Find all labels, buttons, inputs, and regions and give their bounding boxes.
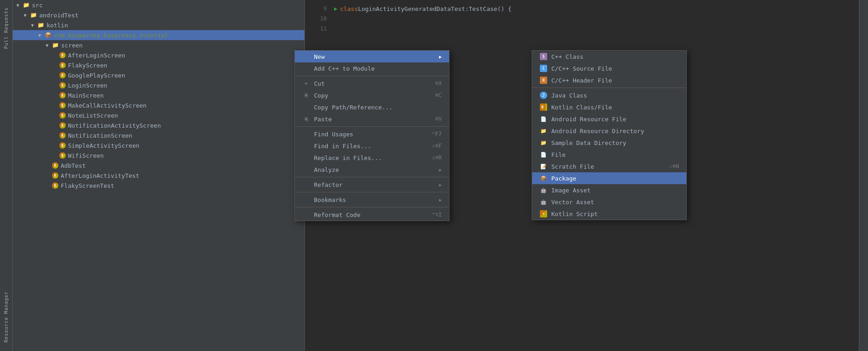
folder-icon: 📁 bbox=[23, 2, 30, 8]
tree-item-label: GooglePlayScreen bbox=[68, 72, 125, 79]
tree-item-SimpleActivityScreen[interactable]: KSimpleActivityScreen bbox=[13, 140, 304, 150]
menu-item-label: Android Resource File bbox=[551, 116, 626, 123]
menu-item-kotlin-script[interactable]: KKotlin Script bbox=[532, 208, 686, 220]
menu-item-label: C/C++ Source File bbox=[551, 65, 612, 72]
folder-icon: 📁 bbox=[539, 140, 548, 146]
kotlin-file-icon: K bbox=[59, 152, 66, 159]
tree-item-label: FlakyScreen bbox=[68, 62, 107, 69]
java-icon: J bbox=[539, 92, 548, 99]
kotlin-icon: K bbox=[539, 103, 548, 111]
menu-item-cpp-class[interactable]: SC++ Class bbox=[532, 51, 686, 62]
tree-item-label: com.kaspersky.kaspresso.tutorial bbox=[54, 32, 168, 39]
menu-item-new[interactable]: New▶ bbox=[295, 51, 449, 62]
menu-item-android-resource-file[interactable]: 📄Android Resource File bbox=[532, 113, 686, 125]
tree-item-kotlin[interactable]: ▼ 📁kotlin bbox=[13, 20, 304, 30]
folder-icon: 📁 bbox=[52, 42, 59, 48]
tree-item-FlakyScreen[interactable]: KFlakyScreen bbox=[13, 60, 304, 70]
tree-item-label: MainScreen bbox=[68, 92, 104, 99]
tree-item-AfterLoginActivityTest[interactable]: KAfterLoginActivityTest bbox=[13, 170, 304, 181]
tree-item-LoginScreen[interactable]: KLoginScreen bbox=[13, 80, 304, 90]
menu-item-label: Find in Files... bbox=[314, 143, 371, 150]
submenu-arrow: ▶ bbox=[439, 182, 442, 187]
menu-item-find-usages[interactable]: Find Usages⌃F7 bbox=[295, 128, 449, 140]
menu-item-label: Copy bbox=[314, 92, 328, 99]
menu-shortcut: ⌃F7 bbox=[421, 131, 442, 137]
menu-item-android-resource-dir[interactable]: 📁Android Resource Directory bbox=[532, 125, 686, 137]
menu-item-label: Scratch File bbox=[551, 163, 594, 170]
menu-item-vector-asset[interactable]: 🤖Vector Asset bbox=[532, 196, 686, 208]
menu-item-cpp-header[interactable]: HC/C++ Header File bbox=[532, 74, 686, 86]
resource-manager-tab[interactable]: Resource Manager bbox=[3, 288, 10, 347]
tree-item-label: screen bbox=[61, 42, 83, 49]
tree-item-GooglePlayScreen[interactable]: KGooglePlayScreen bbox=[13, 70, 304, 80]
tree-item-NotificationActivityScreen[interactable]: KNotificationActivityScreen bbox=[13, 120, 304, 130]
menu-item-package[interactable]: 📦Package bbox=[532, 172, 686, 184]
tree-item-WifiScreen[interactable]: KWifiScreen bbox=[13, 150, 304, 160]
tree-item-label: WifiScreen bbox=[68, 152, 104, 159]
submenu-arrow: ▶ bbox=[439, 197, 442, 202]
kotlin-file-icon: K bbox=[59, 62, 66, 68]
tree-item-label: NotificationScreen bbox=[68, 132, 132, 139]
context-menu-main: New▶Add C++ to Module✂Cut⌘X⎘Copy⌘CCopy P… bbox=[294, 50, 450, 221]
menu-item-label: New bbox=[314, 53, 324, 60]
menu-item-label: C/C++ Header File bbox=[551, 77, 612, 84]
menu-item-reformat[interactable]: Reformat Code⌃⌥I bbox=[295, 209, 449, 221]
menu-item-cut[interactable]: ✂Cut⌘X bbox=[295, 77, 449, 89]
pull-requests-tab[interactable]: Pull Requests bbox=[3, 4, 10, 54]
code-class: TestCase bbox=[469, 5, 497, 12]
code-text: () { bbox=[497, 5, 512, 12]
menu-item-kotlin-class[interactable]: KKotlin Class/File bbox=[532, 101, 686, 113]
menu-item-replace[interactable]: Replace in Files...⇧⌘R bbox=[295, 152, 449, 164]
kotlin-file-icon: K bbox=[59, 142, 66, 149]
menu-item-bookmarks[interactable]: Bookmarks▶ bbox=[295, 194, 449, 206]
tree-arrow: ▼ bbox=[24, 13, 30, 18]
tree-item-label: SimpleActivityScreen bbox=[68, 142, 140, 149]
tree-item-NoteListScreen[interactable]: KNoteListScreen bbox=[13, 110, 304, 120]
android-resource-dir-icon: 📁 bbox=[539, 128, 548, 134]
menu-item-label: Package bbox=[551, 175, 576, 182]
menu-item-find-files[interactable]: Find in Files...⇧⌘F bbox=[295, 140, 449, 152]
menu-item-file[interactable]: 📄File bbox=[532, 149, 686, 160]
menu-item-copy[interactable]: ⎘Copy⌘C bbox=[295, 89, 449, 101]
menu-item-analyze[interactable]: Analyze▶ bbox=[295, 164, 449, 176]
menu-item-label: Kotlin Script bbox=[551, 211, 598, 217]
kotlin-file-icon: K bbox=[59, 72, 66, 78]
menu-item-label: Add C++ to Module bbox=[314, 65, 375, 72]
menu-item-copy-path[interactable]: Copy Path/Reference... bbox=[295, 101, 449, 113]
tree-item-com-pkg[interactable]: ▼ 📦com.kaspersky.kaspresso.tutorial bbox=[13, 30, 304, 40]
line-number: 9 bbox=[309, 5, 327, 12]
tree-item-NotificationScreen[interactable]: KNotificationScreen bbox=[13, 130, 304, 140]
menu-item-image-asset[interactable]: 🤖Image Asset bbox=[532, 184, 686, 196]
tree-item-FlakyScreenTest[interactable]: KFlakyScreenTest bbox=[13, 181, 304, 191]
tree-item-AdbTest[interactable]: KAdbTest bbox=[13, 160, 304, 170]
tree-item-screen[interactable]: ▼ 📁screen bbox=[13, 40, 304, 50]
menu-item-label: C++ Class bbox=[551, 53, 583, 60]
kotlin-file-icon: K bbox=[52, 182, 58, 189]
menu-separator bbox=[295, 207, 449, 207]
menu-item-refactor[interactable]: Refactor▶ bbox=[295, 179, 449, 191]
menu-item-label: Vector Asset bbox=[551, 199, 594, 206]
cpp-hdr-icon: H bbox=[539, 77, 548, 84]
menu-item-sample-data-dir[interactable]: 📁Sample Data Directory bbox=[532, 137, 686, 149]
line-number: 11 bbox=[309, 26, 327, 32]
menu-shortcut: ⌘C bbox=[424, 92, 442, 98]
menu-item-paste[interactable]: ⎗Paste⌘V bbox=[295, 113, 449, 125]
menu-item-cpp-source[interactable]: CC/C++ Source File bbox=[532, 62, 686, 74]
menu-item-add-cpp[interactable]: Add C++ to Module bbox=[295, 62, 449, 74]
package-folder-icon: 📦 bbox=[45, 32, 52, 38]
menu-item-java-class[interactable]: JJava Class bbox=[532, 89, 686, 101]
tree-item-label: AdbTest bbox=[61, 162, 86, 169]
tree-item-label: kotlin bbox=[47, 22, 68, 29]
code-text: : bbox=[465, 5, 469, 12]
tree-item-MainScreen[interactable]: KMainScreen bbox=[13, 90, 304, 100]
tree-arrow: ▼ bbox=[38, 33, 45, 38]
tree-item-AfterLoginScreen[interactable]: KAfterLoginScreen bbox=[13, 50, 304, 60]
menu-shortcut: ⇧⌘N bbox=[658, 163, 679, 170]
menu-icon: ⎗ bbox=[302, 116, 310, 122]
tree-item-src[interactable]: ▼ 📁src bbox=[13, 0, 304, 10]
menu-item-label: Java Class bbox=[551, 92, 587, 99]
menu-item-scratch-file[interactable]: 📝Scratch File⇧⌘N bbox=[532, 160, 686, 172]
tree-item-androidTest[interactable]: ▼ 📁androidTest bbox=[13, 10, 304, 20]
code-class: LoginActivityGeneratedDataTest bbox=[358, 5, 465, 12]
tree-item-MakeCallActivityScreen[interactable]: KMakeCallActivityScreen bbox=[13, 100, 304, 110]
